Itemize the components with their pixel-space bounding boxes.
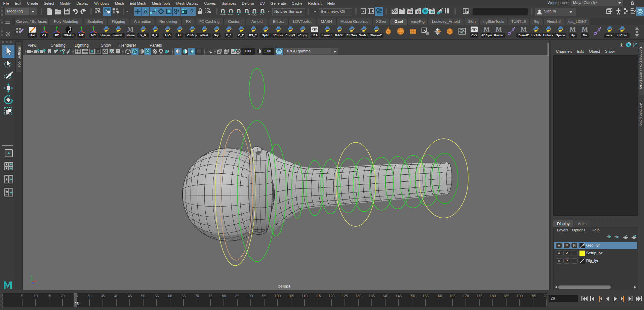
svg-text:115: 115: [315, 294, 321, 298]
svg-text:165: 165: [449, 294, 455, 298]
svg-text:M: M: [582, 26, 588, 33]
svg-text:M: M: [521, 26, 527, 33]
svg-text:M: M: [484, 26, 490, 33]
svg-text:100: 100: [275, 294, 281, 298]
svg-text:135: 135: [369, 294, 375, 298]
svg-text:150: 150: [409, 294, 415, 298]
svg-text:5: 5: [21, 294, 23, 298]
svg-text:35: 35: [101, 294, 105, 298]
svg-text:M: M: [127, 26, 134, 33]
svg-text:125: 125: [342, 294, 348, 298]
svg-text:65: 65: [182, 294, 186, 298]
svg-text:?: ?: [190, 8, 194, 15]
svg-text:155: 155: [422, 294, 429, 298]
svg-text:175: 175: [476, 294, 482, 298]
svg-text:75: 75: [208, 294, 212, 298]
svg-text:80: 80: [222, 294, 226, 298]
svg-text:30: 30: [87, 294, 91, 298]
svg-text:50: 50: [141, 294, 145, 298]
svg-text:170: 170: [463, 294, 469, 298]
svg-text:90: 90: [249, 294, 253, 298]
svg-text:M: M: [570, 26, 576, 33]
svg-text:z: z: [32, 281, 34, 284]
svg-text:45: 45: [128, 294, 132, 298]
svg-text:40: 40: [114, 294, 118, 298]
svg-text:145: 145: [396, 294, 402, 298]
svg-text:200: 200: [544, 294, 547, 298]
svg-text:185: 185: [503, 294, 509, 298]
svg-text:70: 70: [195, 294, 199, 298]
svg-text:60: 60: [168, 294, 172, 298]
svg-text:85: 85: [235, 294, 239, 298]
svg-text:ON: ON: [277, 51, 281, 53]
svg-text:95: 95: [262, 294, 266, 298]
svg-text:x: x: [36, 279, 37, 282]
svg-text:M: M: [496, 26, 502, 33]
svg-text:160: 160: [436, 294, 442, 298]
svg-text:120: 120: [328, 294, 334, 298]
svg-text:105: 105: [288, 294, 294, 298]
svg-text:15: 15: [47, 294, 51, 298]
svg-text:20: 20: [61, 294, 65, 298]
svg-text:130: 130: [355, 294, 361, 298]
svg-text:190: 190: [517, 294, 523, 298]
svg-text:55: 55: [155, 294, 159, 298]
svg-text:140: 140: [382, 294, 388, 298]
svg-text:IPR: IPR: [408, 11, 412, 14]
svg-text:10: 10: [34, 294, 38, 298]
svg-text:180: 180: [490, 294, 496, 298]
svg-text:195: 195: [530, 294, 536, 298]
svg-text:T: T: [117, 50, 119, 53]
svg-text:110: 110: [301, 294, 308, 298]
